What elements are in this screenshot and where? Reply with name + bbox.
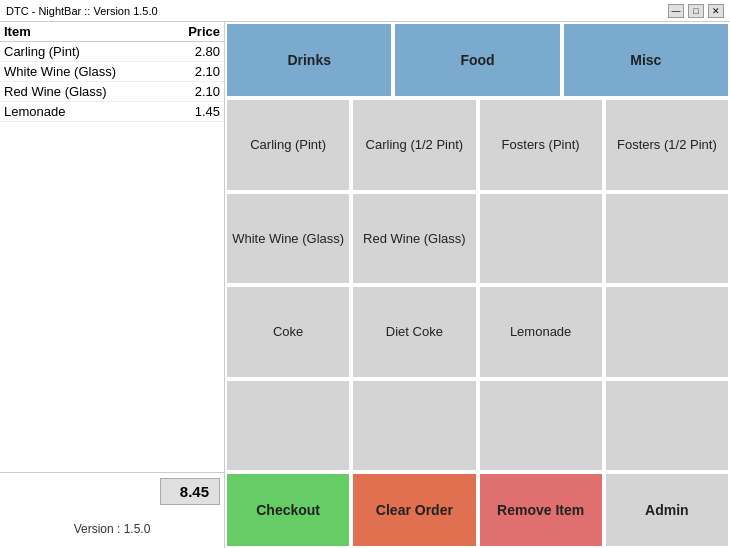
item-cell-empty [225, 379, 351, 473]
order-rows-container: Carling (Pint) 2.80 White Wine (Glass) 2… [0, 42, 224, 247]
row-item: Lemonade [4, 104, 170, 119]
items-grid: Carling (Pint) Carling (1/2 Pint) Foster… [225, 98, 730, 472]
app-title: DTC - NightBar :: Version 1.5.0 [6, 5, 158, 17]
title-bar: DTC - NightBar :: Version 1.5.0 — □ ✕ [0, 0, 730, 22]
item-button[interactable]: Fosters (Pint) [478, 98, 604, 192]
row-price: 2.80 [170, 44, 220, 59]
remove-item-button[interactable]: Remove Item [478, 472, 604, 548]
item-cell-empty [351, 379, 477, 473]
item-cell-empty [604, 285, 730, 379]
action-buttons: Checkout Clear Order Remove Item Admin [225, 472, 730, 548]
category-tabs: Drinks Food Misc [225, 22, 730, 98]
checkout-button[interactable]: Checkout [225, 472, 351, 548]
tab-misc[interactable]: Misc [562, 22, 730, 98]
item-cell-empty [604, 379, 730, 473]
row-price: 2.10 [170, 64, 220, 79]
tab-food[interactable]: Food [393, 22, 561, 98]
item-button[interactable]: Fosters (1/2 Pint) [604, 98, 730, 192]
item-cell-empty [478, 192, 604, 286]
header-item: Item [4, 24, 170, 39]
item-button[interactable]: Carling (Pint) [225, 98, 351, 192]
item-button[interactable]: Lemonade [478, 285, 604, 379]
item-button[interactable]: Diet Coke [351, 285, 477, 379]
tab-drinks[interactable]: Drinks [225, 22, 393, 98]
admin-button[interactable]: Admin [604, 472, 730, 548]
version-label: Version : 1.5.0 [0, 510, 224, 548]
clear-order-button[interactable]: Clear Order [351, 472, 477, 548]
header-price: Price [170, 24, 220, 39]
table-row[interactable]: Carling (Pint) 2.80 [0, 42, 224, 62]
main-container: Item Price Carling (Pint) 2.80 White Win… [0, 22, 730, 548]
order-table: Item Price Carling (Pint) 2.80 White Win… [0, 22, 224, 247]
left-panel: Item Price Carling (Pint) 2.80 White Win… [0, 22, 225, 548]
row-item: Carling (Pint) [4, 44, 170, 59]
item-button[interactable]: White Wine (Glass) [225, 192, 351, 286]
minimize-button[interactable]: — [668, 4, 684, 18]
row-price: 1.45 [170, 104, 220, 119]
table-row[interactable]: Red Wine (Glass) 2.10 [0, 82, 224, 102]
order-table-header: Item Price [0, 22, 224, 42]
row-item: Red Wine (Glass) [4, 84, 170, 99]
window-controls: — □ ✕ [668, 4, 724, 18]
item-button[interactable]: Coke [225, 285, 351, 379]
table-row[interactable]: White Wine (Glass) 2.10 [0, 62, 224, 82]
row-item: White Wine (Glass) [4, 64, 170, 79]
item-cell-empty [478, 379, 604, 473]
table-row[interactable]: Lemonade 1.45 [0, 102, 224, 122]
close-button[interactable]: ✕ [708, 4, 724, 18]
item-button[interactable]: Red Wine (Glass) [351, 192, 477, 286]
row-price: 2.10 [170, 84, 220, 99]
maximize-button[interactable]: □ [688, 4, 704, 18]
right-panel: Drinks Food Misc Carling (Pint) Carling … [225, 22, 730, 548]
total-display: 8.45 [160, 478, 220, 505]
item-button[interactable]: Carling (1/2 Pint) [351, 98, 477, 192]
total-area: 8.45 [0, 472, 224, 510]
item-cell-empty [604, 192, 730, 286]
